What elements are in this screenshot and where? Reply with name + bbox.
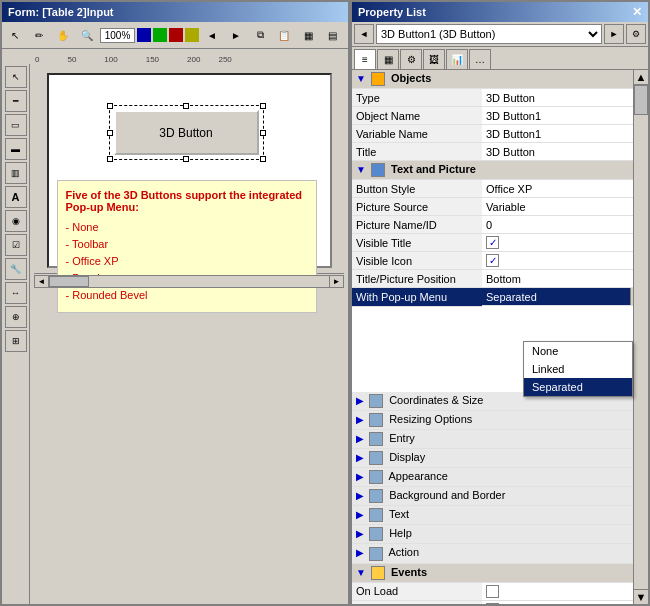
appearance-expand-icon[interactable]: ▶ (356, 471, 364, 482)
scroll-thumb-v[interactable] (634, 85, 648, 115)
coords-expand-icon[interactable]: ▶ (356, 395, 364, 406)
handle-bl[interactable] (107, 156, 113, 162)
cursor-tool-btn[interactable]: ↖ (4, 24, 26, 46)
nav-left-btn[interactable]: ◄ (201, 24, 223, 46)
tool-d[interactable]: ▥ (5, 162, 27, 184)
close-icon[interactable]: ✕ (632, 5, 642, 19)
prop-onload-value[interactable] (482, 582, 648, 600)
tool-h[interactable]: 🔧 (5, 258, 27, 280)
display-expand-icon[interactable]: ▶ (356, 452, 364, 463)
tool-f[interactable]: ◉ (5, 210, 27, 232)
on-load-checkbox[interactable] (486, 585, 499, 598)
prop-on-load: On Load (352, 582, 648, 600)
prop-visibletitle-name: Visible Title (352, 234, 482, 252)
help-expand-icon[interactable]: ▶ (356, 528, 364, 539)
visible-icon-checkbox[interactable] (486, 254, 499, 267)
prop-visibleicon-value[interactable] (482, 252, 648, 270)
form-designer-title: Form: [Table 2]Input (8, 6, 114, 18)
handle-tm[interactable] (183, 103, 189, 109)
settings-btn[interactable]: ⊞ (5, 330, 27, 352)
prop-objectname-value[interactable]: 3D Button1 (482, 107, 648, 125)
objects-expand-icon[interactable]: ▼ (356, 73, 366, 84)
tool-btn-1[interactable]: ▦ (297, 24, 319, 46)
nav-right-btn[interactable]: ► (225, 24, 247, 46)
dropdown-item-linked[interactable]: Linked (524, 360, 632, 378)
text-expand-icon[interactable]: ▶ (356, 509, 364, 520)
background-expand-icon[interactable]: ▶ (356, 490, 364, 501)
on-unload-checkbox[interactable] (486, 603, 499, 604)
prop-nav-right-btn[interactable]: ► (604, 24, 624, 44)
scroll-thumb[interactable] (49, 276, 89, 287)
tab-image[interactable]: 🖼 (423, 49, 445, 69)
handle-tl[interactable] (107, 103, 113, 109)
scroll-down-btn[interactable]: ▼ (634, 589, 648, 604)
handle-ml[interactable] (107, 130, 113, 136)
prop-titlepicturepos-value[interactable]: Bottom (482, 270, 648, 288)
color-btn-3[interactable] (169, 28, 183, 42)
tab-chart[interactable]: 📊 (446, 49, 468, 69)
prop-picturesource-value[interactable]: Variable (482, 198, 648, 216)
appearance-section-label: Appearance (389, 470, 448, 482)
textpicture-expand-icon[interactable]: ▼ (356, 164, 366, 175)
handle-mr[interactable] (260, 130, 266, 136)
tool-c[interactable]: ▬ (5, 138, 27, 160)
entry-expand-icon[interactable]: ▶ (356, 433, 364, 444)
tool-a[interactable]: ━ (5, 90, 27, 112)
prop-type-value[interactable]: 3D Button (482, 89, 648, 107)
prop-nav-left-btn[interactable]: ◄ (354, 24, 374, 44)
text-section-icon (369, 508, 383, 522)
scroll-up-btn[interactable]: ▲ (634, 70, 648, 85)
object-selector[interactable]: 3D Button1 (3D Button) (376, 24, 602, 44)
horizontal-scrollbar[interactable]: ◄ ► (34, 273, 344, 288)
tool-i[interactable]: ↔ (5, 282, 27, 304)
dropdown-item-none[interactable]: None (524, 342, 632, 360)
prop-buttonstyle-value[interactable]: Office XP (482, 180, 648, 198)
prop-onunload-value[interactable] (482, 600, 648, 604)
prop-onunload-name: On Unload (352, 600, 482, 604)
prop-popupmenu-value[interactable]: Separated ▼ (482, 288, 648, 306)
prop-visibletitle-value[interactable] (482, 234, 648, 252)
tab-list[interactable]: ≡ (354, 49, 376, 69)
tool-btn-2[interactable]: ▤ (321, 24, 343, 46)
tab-gear[interactable]: ⚙ (400, 49, 422, 69)
zoom-out-btn[interactable]: ⊕ (5, 306, 27, 328)
prop-nav-gear-btn[interactable]: ⚙ (626, 24, 646, 44)
handle-br[interactable] (260, 156, 266, 162)
tool-e[interactable]: A (5, 186, 27, 208)
events-expand-icon[interactable]: ▼ (356, 567, 366, 578)
section-help: ▶ Help (352, 525, 648, 544)
color-btn-2[interactable] (153, 28, 167, 42)
scroll-track[interactable] (49, 275, 329, 288)
scroll-left-btn[interactable]: ◄ (34, 275, 49, 288)
tool-g[interactable]: ☑ (5, 234, 27, 256)
section-resizing: ▶ Resizing Options (352, 410, 648, 429)
tab-category[interactable]: ▦ (377, 49, 399, 69)
visible-title-checkbox[interactable] (486, 236, 499, 249)
handle-bm[interactable] (183, 156, 189, 162)
color-btn-1[interactable] (137, 28, 151, 42)
section-objects: ▼ Objects (352, 70, 648, 89)
magnifier-tool-btn[interactable]: 🔍 (76, 24, 98, 46)
info-title: Five of the 3D Buttons support the integ… (66, 189, 308, 213)
pencil-tool-btn[interactable]: ✏ (28, 24, 50, 46)
action-section-icon (369, 547, 383, 561)
arrow-tool[interactable]: ↖ (5, 66, 27, 88)
copy-btn[interactable]: ⧉ (249, 24, 271, 46)
hand-tool-btn[interactable]: ✋ (52, 24, 74, 46)
prop-pictureid-value[interactable]: 0 (482, 216, 648, 234)
prop-varname-value[interactable]: 3D Button1 (482, 125, 648, 143)
tool-b[interactable]: ▭ (5, 114, 27, 136)
prop-variable-name: Variable Name 3D Button1 (352, 125, 648, 143)
tab-more[interactable]: … (469, 49, 491, 69)
scroll-right-btn[interactable]: ► (329, 275, 344, 288)
handle-tr[interactable] (260, 103, 266, 109)
color-btn-4[interactable] (185, 28, 199, 42)
vertical-scrollbar[interactable]: ▲ ▼ (633, 70, 648, 604)
paste-btn[interactable]: 📋 (273, 24, 295, 46)
dropdown-item-separated[interactable]: Separated (524, 378, 632, 396)
action-expand-icon[interactable]: ▶ (356, 547, 364, 558)
button-widget[interactable]: 3D Button (114, 110, 259, 155)
info-item-3: - Office XP (66, 253, 308, 270)
prop-title-value[interactable]: 3D Button (482, 143, 648, 161)
resize-expand-icon[interactable]: ▶ (356, 414, 364, 425)
